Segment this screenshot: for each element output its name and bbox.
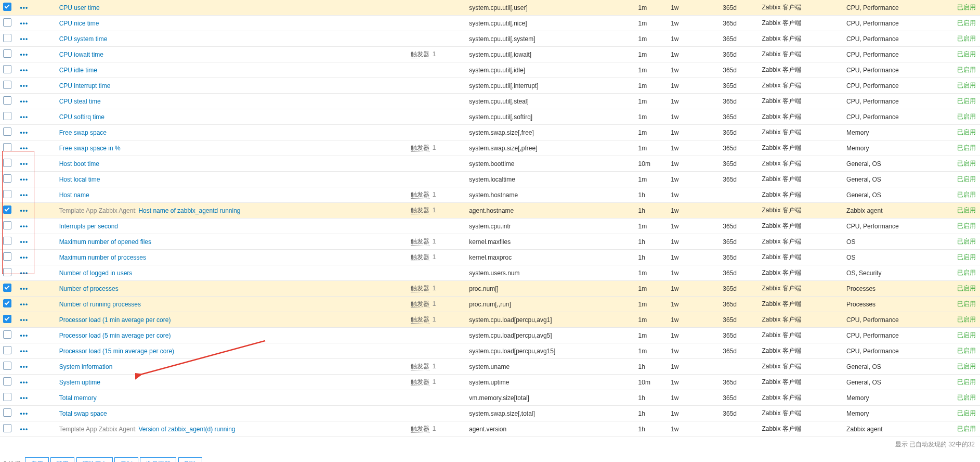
item-name-link[interactable]: CPU user time — [59, 4, 100, 11]
item-name-link[interactable]: Host local time — [59, 176, 100, 183]
bulk-button-3[interactable]: 复制 — [114, 457, 138, 462]
row-menu-icon[interactable]: ••• — [20, 223, 29, 230]
item-name-link[interactable]: Number of logged in users — [59, 270, 133, 277]
row-menu-icon[interactable]: ••• — [20, 129, 29, 136]
status-link[interactable]: 已启用 — [957, 144, 976, 151]
row-menu-icon[interactable]: ••• — [20, 379, 29, 386]
row-checkbox[interactable] — [3, 190, 11, 198]
row-checkbox[interactable] — [3, 268, 11, 276]
row-checkbox[interactable] — [3, 284, 11, 292]
row-menu-icon[interactable]: ••• — [20, 316, 29, 324]
row-checkbox[interactable] — [3, 315, 11, 323]
status-link[interactable]: 已启用 — [957, 50, 976, 58]
status-link[interactable]: 已启用 — [957, 300, 976, 307]
item-name-link[interactable]: Processor load (1 min average per core) — [59, 316, 171, 324]
bulk-button-0[interactable]: 启用 — [25, 457, 49, 462]
item-name-link[interactable]: Host name — [59, 191, 89, 199]
status-link[interactable]: 已启用 — [957, 394, 976, 401]
triggers-link[interactable]: 触发器 — [411, 316, 429, 324]
row-menu-icon[interactable]: ••• — [20, 82, 29, 89]
row-checkbox[interactable] — [3, 377, 11, 386]
item-name-link[interactable]: Processor load (15 min average per core) — [59, 348, 174, 355]
status-link[interactable]: 已启用 — [957, 207, 976, 214]
item-name-link[interactable]: CPU iowait time — [59, 51, 103, 58]
status-link[interactable]: 已启用 — [957, 19, 976, 27]
item-name-link[interactable]: Free swap space — [59, 129, 107, 136]
bulk-button-4[interactable]: 批量更新 — [140, 457, 176, 462]
row-checkbox[interactable] — [3, 96, 11, 105]
item-name-link[interactable]: Number of running processes — [59, 301, 141, 308]
row-checkbox[interactable] — [3, 159, 11, 167]
status-link[interactable]: 已启用 — [957, 363, 976, 370]
row-menu-icon[interactable]: ••• — [20, 363, 29, 370]
row-menu-icon[interactable]: ••• — [20, 4, 29, 11]
row-checkbox[interactable] — [3, 112, 11, 120]
triggers-link[interactable]: 触发器 — [411, 363, 429, 370]
row-menu-icon[interactable]: ••• — [20, 410, 29, 417]
row-menu-icon[interactable]: ••• — [20, 191, 29, 199]
row-menu-icon[interactable]: ••• — [20, 332, 29, 339]
row-checkbox[interactable] — [3, 3, 11, 11]
triggers-link[interactable]: 触发器 — [411, 50, 429, 58]
status-link[interactable]: 已启用 — [957, 222, 976, 229]
row-menu-icon[interactable]: ••• — [20, 145, 29, 152]
status-link[interactable]: 已启用 — [957, 191, 976, 198]
status-link[interactable]: 已启用 — [957, 331, 976, 339]
status-link[interactable]: 已启用 — [957, 285, 976, 292]
row-checkbox[interactable] — [3, 237, 11, 245]
status-link[interactable]: 已启用 — [957, 97, 976, 105]
item-name-link[interactable]: Total memory — [59, 394, 97, 402]
triggers-link[interactable]: 触发器 — [411, 253, 429, 261]
row-menu-icon[interactable]: ••• — [20, 113, 29, 121]
row-checkbox[interactable] — [3, 65, 11, 73]
bulk-button-2[interactable]: 清除历史 — [76, 457, 113, 462]
item-name-link[interactable]: Maximum number of processes — [59, 254, 146, 261]
row-menu-icon[interactable]: ••• — [20, 394, 29, 402]
item-name-link[interactable]: Free swap space in % — [59, 145, 121, 152]
row-checkbox[interactable] — [3, 127, 11, 136]
row-checkbox[interactable] — [3, 49, 11, 58]
item-name-link[interactable]: Number of processes — [59, 285, 119, 292]
triggers-link[interactable]: 触发器 — [411, 300, 429, 308]
triggers-link[interactable]: 触发器 — [411, 285, 429, 292]
row-menu-icon[interactable]: ••• — [20, 301, 29, 308]
row-menu-icon[interactable]: ••• — [20, 20, 29, 27]
status-link[interactable]: 已启用 — [957, 66, 976, 73]
item-name-link[interactable]: Host boot time — [59, 160, 99, 168]
status-link[interactable]: 已启用 — [957, 82, 976, 89]
row-menu-icon[interactable]: ••• — [20, 238, 29, 246]
item-name-link[interactable]: CPU nice time — [59, 20, 99, 27]
row-checkbox[interactable] — [3, 34, 11, 42]
row-checkbox[interactable] — [3, 174, 11, 183]
status-link[interactable]: 已启用 — [957, 129, 976, 136]
status-link[interactable]: 已启用 — [957, 35, 976, 42]
item-name-link[interactable]: Host name of zabbix_agentd running — [138, 207, 240, 214]
row-checkbox[interactable] — [3, 206, 11, 214]
row-menu-icon[interactable]: ••• — [20, 254, 29, 261]
status-link[interactable]: 已启用 — [957, 316, 976, 323]
triggers-link[interactable]: 触发器 — [411, 207, 429, 214]
item-name-link[interactable]: Maximum number of opened files — [59, 238, 151, 246]
row-menu-icon[interactable]: ••• — [20, 285, 29, 292]
item-name-link[interactable]: Total swap space — [59, 410, 107, 417]
triggers-link[interactable]: 触发器 — [411, 425, 429, 433]
row-checkbox[interactable] — [3, 18, 11, 27]
status-link[interactable]: 已启用 — [957, 409, 976, 417]
row-menu-icon[interactable]: ••• — [20, 176, 29, 183]
triggers-link[interactable]: 触发器 — [411, 378, 429, 386]
item-name-link[interactable]: CPU idle time — [59, 67, 97, 74]
triggers-link[interactable]: 触发器 — [411, 238, 429, 246]
item-name-link[interactable]: Processor load (5 min average per core) — [59, 332, 171, 339]
item-name-link[interactable]: CPU system time — [59, 35, 108, 43]
bulk-button-5[interactable]: 删除 — [178, 457, 202, 462]
item-name-link[interactable]: System information — [59, 363, 113, 370]
status-link[interactable]: 已启用 — [957, 175, 976, 183]
item-name-link[interactable]: CPU softirq time — [59, 113, 104, 121]
status-link[interactable]: 已启用 — [957, 378, 976, 386]
item-name-link[interactable]: Interrupts per second — [59, 223, 118, 230]
row-checkbox[interactable] — [3, 81, 11, 89]
row-menu-icon[interactable]: ••• — [20, 98, 29, 105]
row-checkbox[interactable] — [3, 346, 11, 354]
status-link[interactable]: 已启用 — [957, 347, 976, 354]
row-menu-icon[interactable]: ••• — [20, 270, 29, 277]
